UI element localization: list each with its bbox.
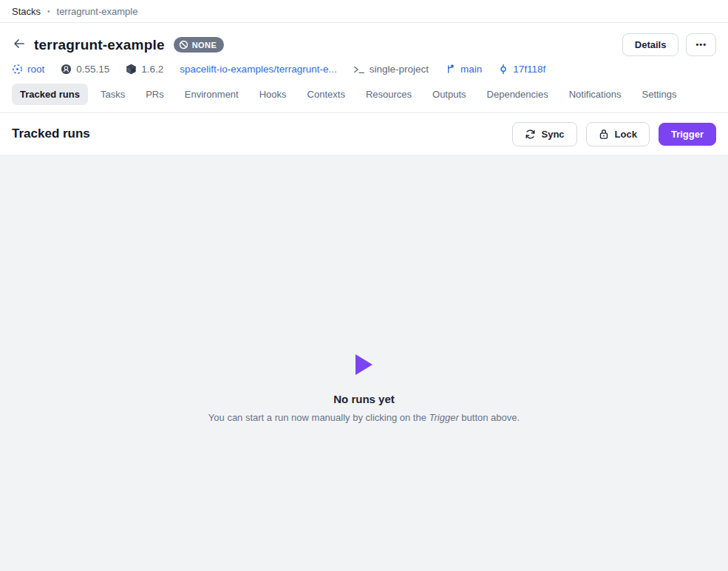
branch-meta[interactable]: main: [445, 64, 482, 75]
no-entry-icon: [179, 40, 188, 50]
section-title: Tracked runs: [12, 126, 90, 141]
breadcrumb-separator: •: [47, 7, 50, 16]
commit-meta[interactable]: 17f118f: [498, 64, 545, 75]
tab-tasks[interactable]: Tasks: [92, 84, 133, 105]
back-button[interactable]: [12, 36, 27, 53]
ellipsis-icon: •••: [695, 41, 707, 49]
sync-icon: [525, 129, 536, 140]
tab-contexts[interactable]: Contexts: [299, 84, 353, 105]
terraform-version-meta: 1.6.2: [126, 64, 163, 75]
status-badge: NONE: [174, 37, 224, 53]
tab-notifications[interactable]: Notifications: [561, 84, 630, 105]
breadcrumb: Stacks • terragrunt-example: [0, 0, 728, 23]
project-root-value: single-project: [370, 64, 429, 75]
terraform-version-icon: [126, 64, 137, 75]
space-icon: [12, 64, 23, 75]
page-title: terragrunt-example: [34, 37, 165, 53]
space-meta[interactable]: root: [12, 64, 44, 75]
space-link[interactable]: root: [27, 64, 44, 75]
status-badge-label: NONE: [192, 41, 217, 50]
sync-button[interactable]: Sync: [512, 122, 577, 146]
commit-link[interactable]: 17f118f: [513, 64, 545, 75]
empty-state-message: You can start a run now manually by clic…: [208, 412, 520, 423]
trigger-button[interactable]: Trigger: [659, 123, 716, 146]
tab-resources[interactable]: Resources: [358, 84, 420, 105]
tab-prs[interactable]: PRs: [137, 84, 172, 105]
terragrunt-version-value: 0.55.15: [76, 64, 109, 75]
stack-meta-row: root 0.55.15 1.6.2: [12, 64, 716, 75]
tab-dependencies[interactable]: Dependencies: [479, 84, 557, 105]
terraform-version-value: 1.6.2: [141, 64, 163, 75]
tab-outputs[interactable]: Outputs: [424, 84, 474, 105]
commit-icon: [498, 64, 508, 75]
branch-link[interactable]: main: [460, 64, 482, 75]
arrow-left-icon: [12, 36, 27, 53]
empty-state-message-trigger: Trigger: [429, 412, 459, 423]
section-header: Tracked runs Sync Lock Trigger: [0, 112, 728, 155]
stack-header: terragrunt-example NONE Details •••: [0, 23, 728, 112]
terminal-icon: [353, 64, 365, 75]
tab-hooks[interactable]: Hooks: [251, 84, 295, 105]
title-actions: Details •••: [622, 33, 716, 56]
empty-state-message-suffix: button above.: [459, 412, 520, 423]
empty-state-title: No runs yet: [208, 393, 520, 405]
tab-tracked-runs[interactable]: Tracked runs: [12, 84, 88, 105]
tab-settings[interactable]: Settings: [634, 84, 685, 105]
repository-meta[interactable]: spacelift-io-examples/terragrunt-e...: [180, 64, 336, 75]
title-row: terragrunt-example NONE Details •••: [12, 33, 716, 56]
empty-state: No runs yet You can start a run now manu…: [208, 353, 520, 571]
tracked-runs-content: No runs yet You can start a run now manu…: [0, 155, 728, 571]
breadcrumb-current: terragrunt-example: [57, 6, 138, 17]
terragrunt-version-meta: 0.55.15: [61, 64, 109, 75]
terragrunt-version-icon: [61, 64, 72, 75]
lock-icon: [599, 129, 609, 140]
lock-button[interactable]: Lock: [586, 122, 650, 146]
details-button[interactable]: Details: [622, 33, 679, 56]
tab-environment[interactable]: Environment: [177, 84, 247, 105]
stack-tabs: Tracked runs Tasks PRs Environment Hooks…: [12, 84, 716, 112]
empty-state-message-prefix: You can start a run now manually by clic…: [208, 412, 429, 423]
sync-button-label: Sync: [542, 129, 565, 139]
breadcrumb-stacks-link[interactable]: Stacks: [12, 6, 41, 17]
more-options-button[interactable]: •••: [686, 33, 716, 56]
branch-icon: [445, 64, 456, 75]
repository-link[interactable]: spacelift-io-examples/terragrunt-e...: [180, 64, 336, 75]
section-actions: Sync Lock Trigger: [512, 122, 717, 146]
play-icon: [353, 353, 375, 376]
project-root-meta: single-project: [353, 64, 429, 75]
lock-button-label: Lock: [615, 129, 637, 139]
